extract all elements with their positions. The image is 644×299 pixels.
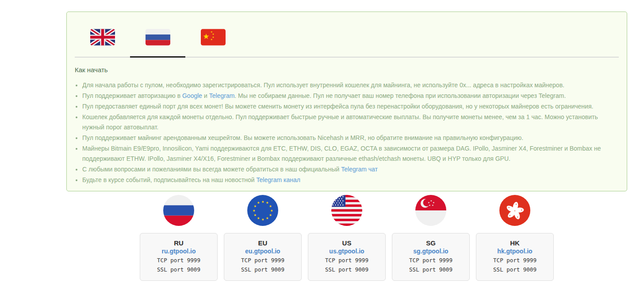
server-tcp-port: TCP port 9999 bbox=[392, 256, 469, 265]
server-tcp-port: TCP port 9999 bbox=[140, 256, 217, 265]
server-host-link[interactable]: us.gtpool.io bbox=[308, 247, 385, 256]
tab-language-en[interactable] bbox=[75, 29, 130, 57]
instruction-item: Пул предоставляет единый порт для всех м… bbox=[82, 101, 619, 112]
svg-text:★: ★ bbox=[266, 201, 269, 205]
server-location-sg: ★ ★★ ★★ SG sg.gtpool.io TCP port 9999 SS… bbox=[392, 195, 470, 281]
tab-language-ru[interactable] bbox=[130, 29, 185, 57]
server-card: SG sg.gtpool.io TCP port 9999 SSL port 9… bbox=[392, 233, 470, 281]
svg-text:★: ★ bbox=[430, 199, 433, 202]
server-region-code: RU bbox=[140, 239, 217, 247]
instruction-item: Пул поддерживает майнинг арендованным хе… bbox=[82, 133, 619, 143]
inline-link[interactable]: Telegram bbox=[209, 92, 235, 99]
language-tabs: ★ ★ ★ ★ ★ bbox=[75, 12, 619, 58]
instruction-item: Кошелек добавляется для каждой монеты от… bbox=[82, 112, 619, 132]
server-location-us: US us.gtpool.io TCP port 9999 SSL port 9… bbox=[308, 195, 386, 281]
server-host-link[interactable]: sg.gtpool.io bbox=[392, 247, 469, 256]
server-tcp-port: TCP port 9999 bbox=[224, 256, 301, 265]
instruction-item: Для начала работы с пулом, необходимо за… bbox=[82, 80, 619, 90]
inline-link[interactable]: Google bbox=[182, 92, 202, 99]
server-host-link[interactable]: hk.gtpool.io bbox=[476, 247, 553, 256]
server-tcp-port: TCP port 9999 bbox=[476, 256, 553, 265]
svg-text:★: ★ bbox=[269, 213, 272, 217]
instruction-item: Пул поддерживает авторизацию в Google и … bbox=[82, 91, 619, 101]
svg-text:★: ★ bbox=[253, 204, 257, 208]
cn-flag-icon: ★ ★ ★ ★ ★ bbox=[201, 29, 226, 46]
server-locations: RU ru.gtpool.io TCP port 9999 SSL port 9… bbox=[66, 195, 627, 281]
server-card: RU ru.gtpool.io TCP port 9999 SSL port 9… bbox=[140, 233, 218, 281]
server-ssl-port: SSL port 9009 bbox=[224, 265, 301, 274]
server-region-code: SG bbox=[392, 239, 469, 247]
instructions-list: Для начала работы с пулом, необходимо за… bbox=[75, 80, 619, 185]
server-region-code: US bbox=[308, 239, 385, 247]
inline-link[interactable]: Telegram канал bbox=[257, 176, 300, 183]
instruction-item: Майнеры Bitmain E9/E9pro, Innosilicon, Y… bbox=[82, 144, 619, 164]
svg-text:★: ★ bbox=[257, 216, 260, 220]
server-host-link[interactable]: ru.gtpool.io bbox=[140, 247, 217, 256]
getting-started-content: Как начать Для начала работы с пулом, не… bbox=[67, 58, 627, 191]
svg-text:★: ★ bbox=[253, 209, 256, 213]
server-card: US us.gtpool.io TCP port 9999 SSL port 9… bbox=[308, 233, 386, 281]
svg-text:★: ★ bbox=[203, 32, 209, 41]
server-location-hk: HK hk.gtpool.io TCP port 9999 SSL port 9… bbox=[476, 195, 554, 281]
server-location-eu: ★★ ★★ ★★ ★★ ★★ ★★ EU eu.gtpool.io TCP po… bbox=[224, 195, 302, 281]
server-card: EU eu.gtpool.io TCP port 9999 SSL port 9… bbox=[224, 233, 302, 281]
inline-link[interactable]: Telegram чат bbox=[341, 166, 378, 173]
svg-text:★: ★ bbox=[432, 204, 434, 206]
server-host-link[interactable]: eu.gtpool.io bbox=[224, 247, 301, 256]
uk-flag-icon bbox=[90, 29, 115, 46]
server-ssl-port: SSL port 9009 bbox=[392, 265, 469, 274]
us-circle-flag-icon bbox=[331, 195, 362, 226]
server-ssl-port: SSL port 9009 bbox=[476, 265, 553, 274]
ru-circle-flag-icon bbox=[163, 195, 194, 226]
server-card: HK hk.gtpool.io TCP port 9999 SSL port 9… bbox=[476, 233, 554, 281]
getting-started-panel: ★ ★ ★ ★ ★ Как начать Для начала работы с… bbox=[66, 12, 627, 191]
svg-text:★: ★ bbox=[266, 216, 269, 220]
server-region-code: EU bbox=[224, 239, 301, 247]
instruction-item: Будьте в курсе событий, подписывайтесь н… bbox=[82, 175, 619, 185]
svg-text:★: ★ bbox=[269, 204, 272, 208]
server-location-ru: RU ru.gtpool.io TCP port 9999 SSL port 9… bbox=[140, 195, 218, 281]
section-title: Как начать bbox=[75, 66, 619, 74]
server-ssl-port: SSL port 9009 bbox=[308, 265, 385, 274]
server-tcp-port: TCP port 9999 bbox=[308, 256, 385, 265]
server-ssl-port: SSL port 9009 bbox=[140, 265, 217, 274]
eu-circle-flag-icon: ★★ ★★ ★★ ★★ ★★ ★★ bbox=[247, 195, 278, 226]
svg-text:★: ★ bbox=[253, 213, 257, 217]
tab-language-zh[interactable]: ★ ★ ★ ★ ★ bbox=[185, 29, 241, 57]
hk-circle-flag-icon bbox=[499, 195, 530, 226]
svg-text:★: ★ bbox=[270, 209, 273, 213]
svg-text:★: ★ bbox=[257, 201, 260, 205]
svg-text:★: ★ bbox=[429, 204, 431, 206]
svg-text:★: ★ bbox=[261, 200, 264, 204]
server-region-code: HK bbox=[476, 239, 553, 247]
sg-circle-flag-icon: ★ ★★ ★★ bbox=[415, 195, 446, 226]
svg-text:★: ★ bbox=[212, 33, 214, 35]
svg-text:★: ★ bbox=[261, 217, 264, 221]
instruction-item: С любыми вопросами и пожеланиями вы всег… bbox=[82, 164, 619, 175]
svg-text:★: ★ bbox=[210, 38, 212, 41]
ru-flag-icon bbox=[146, 29, 170, 46]
